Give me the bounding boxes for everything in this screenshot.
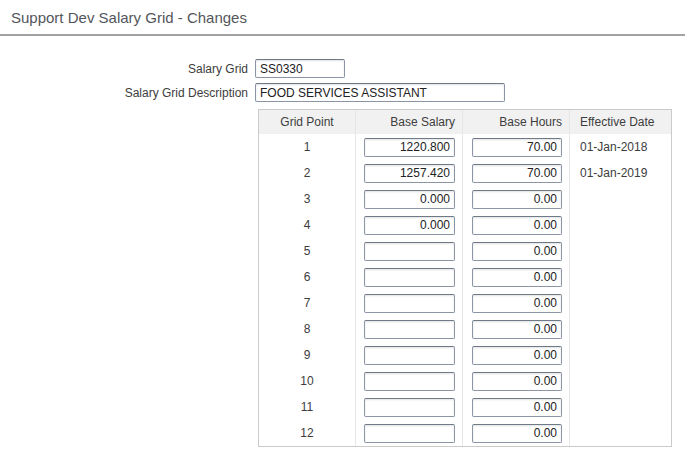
table-row: 7 — [259, 290, 671, 316]
table-row: 12 — [259, 420, 671, 446]
base-salary-input[interactable] — [364, 294, 455, 313]
base-hours-cell — [463, 212, 570, 238]
effective-date — [570, 368, 671, 394]
base-salary-input[interactable] — [364, 242, 455, 261]
salary-grid-label: Salary Grid — [0, 62, 255, 76]
salary-grid-description-field-row: Salary Grid Description — [0, 83, 685, 102]
grid-point: 2 — [259, 160, 356, 186]
grid-rows: 1 01-Jan-2018 2 01-Jan-2019 3 4 — [259, 134, 671, 446]
page-title: Support Dev Salary Grid - Changes — [0, 0, 685, 26]
grid-point: 12 — [259, 420, 356, 446]
table-row: 2 01-Jan-2019 — [259, 160, 671, 186]
effective-date — [570, 212, 671, 238]
effective-date — [570, 186, 671, 212]
base-salary-input[interactable] — [364, 216, 455, 235]
effective-date — [570, 316, 671, 342]
base-salary-input[interactable] — [364, 138, 455, 157]
salary-grid-field-row: Salary Grid — [0, 59, 685, 78]
base-salary-cell — [356, 212, 463, 238]
effective-date — [570, 238, 671, 264]
grid-point: 7 — [259, 290, 356, 316]
base-hours-cell — [463, 264, 570, 290]
base-hours-cell — [463, 134, 570, 160]
base-salary-input[interactable] — [364, 372, 455, 391]
base-hours-input[interactable] — [472, 294, 562, 313]
base-salary-cell — [356, 290, 463, 316]
grid-point: 9 — [259, 342, 356, 368]
base-hours-cell — [463, 316, 570, 342]
table-row: 1 01-Jan-2018 — [259, 134, 671, 160]
table-row: 6 — [259, 264, 671, 290]
grid-point: 5 — [259, 238, 356, 264]
title-divider — [0, 34, 685, 36]
base-salary-cell — [356, 420, 463, 446]
salary-grid-form: Salary Grid Salary Grid Description — [0, 59, 685, 102]
salary-grid-description-input[interactable] — [255, 83, 505, 102]
table-row: 3 — [259, 186, 671, 212]
base-salary-input[interactable] — [364, 346, 455, 365]
base-salary-cell — [356, 342, 463, 368]
base-hours-input[interactable] — [472, 216, 562, 235]
base-salary-cell — [356, 316, 463, 342]
grid-point: 8 — [259, 316, 356, 342]
salary-grid-description-label: Salary Grid Description — [0, 86, 255, 100]
grid-point: 10 — [259, 368, 356, 394]
base-salary-input[interactable] — [364, 268, 455, 287]
base-hours-input[interactable] — [472, 346, 562, 365]
base-hours-input[interactable] — [472, 424, 562, 443]
base-hours-input[interactable] — [472, 138, 562, 157]
base-salary-cell — [356, 186, 463, 212]
header-base-salary: Base Salary — [356, 110, 463, 134]
table-row: 8 — [259, 316, 671, 342]
base-salary-input[interactable] — [364, 190, 455, 209]
base-hours-input[interactable] — [472, 242, 562, 261]
grid-point: 3 — [259, 186, 356, 212]
base-salary-cell — [356, 368, 463, 394]
grid-point: 6 — [259, 264, 356, 290]
base-hours-cell — [463, 420, 570, 446]
effective-date: 01-Jan-2018 — [570, 134, 671, 160]
base-hours-input[interactable] — [472, 268, 562, 287]
table-header-row: Grid Point Base Salary Base Hours Effect… — [259, 110, 671, 134]
effective-date — [570, 420, 671, 446]
base-salary-input[interactable] — [364, 424, 455, 443]
grid-point: 11 — [259, 394, 356, 420]
base-hours-cell — [463, 342, 570, 368]
base-hours-cell — [463, 394, 570, 420]
effective-date — [570, 290, 671, 316]
base-hours-cell — [463, 368, 570, 394]
base-hours-cell — [463, 160, 570, 186]
salary-grid-input[interactable] — [255, 59, 345, 78]
table-row: 10 — [259, 368, 671, 394]
base-salary-input[interactable] — [364, 398, 455, 417]
grid-point: 4 — [259, 212, 356, 238]
base-salary-cell — [356, 134, 463, 160]
base-salary-input[interactable] — [364, 164, 455, 183]
table-row: 11 — [259, 394, 671, 420]
header-grid-point: Grid Point — [259, 110, 356, 134]
base-hours-cell — [463, 238, 570, 264]
base-salary-input[interactable] — [364, 320, 455, 339]
base-hours-input[interactable] — [472, 190, 562, 209]
base-salary-cell — [356, 394, 463, 420]
base-salary-cell — [356, 238, 463, 264]
effective-date — [570, 264, 671, 290]
header-effective-date: Effective Date — [570, 110, 671, 134]
base-salary-cell — [356, 160, 463, 186]
base-hours-cell — [463, 186, 570, 212]
table-row: 4 — [259, 212, 671, 238]
base-hours-cell — [463, 290, 570, 316]
base-hours-input[interactable] — [472, 320, 562, 339]
effective-date — [570, 342, 671, 368]
salary-grid-table: Grid Point Base Salary Base Hours Effect… — [258, 109, 672, 447]
header-base-hours: Base Hours — [463, 110, 570, 134]
base-hours-input[interactable] — [472, 164, 562, 183]
table-row: 5 — [259, 238, 671, 264]
table-row: 9 — [259, 342, 671, 368]
effective-date — [570, 394, 671, 420]
base-hours-input[interactable] — [472, 398, 562, 417]
base-salary-cell — [356, 264, 463, 290]
effective-date: 01-Jan-2019 — [570, 160, 671, 186]
base-hours-input[interactable] — [472, 372, 562, 391]
grid-point: 1 — [259, 134, 356, 160]
